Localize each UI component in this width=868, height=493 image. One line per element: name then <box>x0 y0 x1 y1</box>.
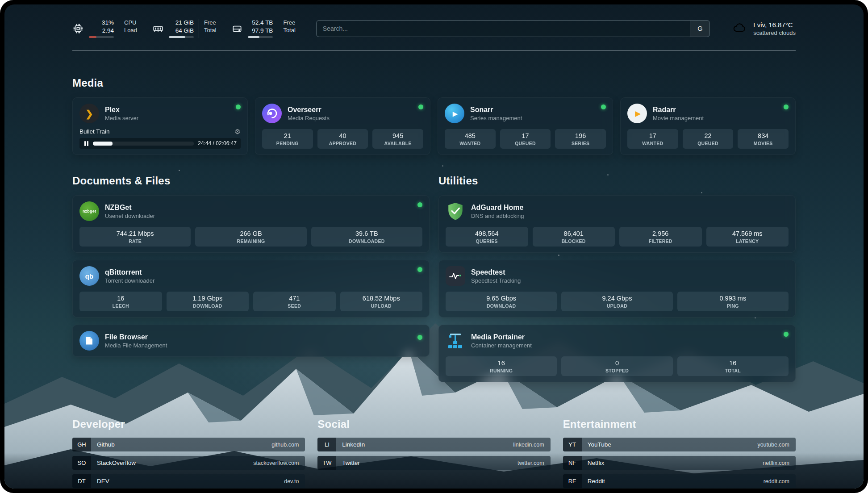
section-title-documents: Documents & Files <box>72 175 430 187</box>
stat-box: 86,401BLOCKED <box>533 227 615 246</box>
now-playing-title: Bullet Train <box>79 128 110 135</box>
service-name: qBittorrent <box>105 268 154 276</box>
bookmark-name: Github <box>91 438 271 451</box>
bookmark-name: Reddit <box>582 474 764 488</box>
bookmark-url: linkedin.com <box>513 438 550 451</box>
service-card-adguard[interactable]: AdGuard Home DNS and adblocking 498,564Q… <box>438 195 796 253</box>
bookmark-group-entertainment: Entertainment YT YouTube youtube.com NF … <box>563 418 796 488</box>
bookmark-github[interactable]: GH Github github.com <box>72 438 305 451</box>
section-utilities: Utilities <box>438 175 796 382</box>
bookmark-name: StackOverflow <box>91 456 253 470</box>
service-card-filebrowser[interactable]: File Browser Media File Management <box>72 325 430 357</box>
bookmark-url: twitter.com <box>517 456 551 470</box>
bookmark-linkedin[interactable]: LI LinkedIn linkedin.com <box>317 438 550 451</box>
service-subtitle: Usenet downloader <box>105 213 155 219</box>
weather-location: Lviv, 16.87°C <box>753 21 796 29</box>
ram-free-value: 21 GiB <box>175 19 194 27</box>
search-engine-button[interactable]: G <box>690 21 709 37</box>
service-subtitle: Media File Management <box>105 342 167 349</box>
weather-condition: scattered clouds <box>753 29 796 36</box>
bookmark-group-social: Social LI LinkedIn linkedin.com TW Twitt… <box>317 418 550 488</box>
pause-icon[interactable] <box>83 141 89 146</box>
bookmark-abbr: YT <box>563 438 582 451</box>
bookmark-abbr: SO <box>72 456 91 470</box>
service-name: NZBGet <box>105 204 155 212</box>
service-card-nzbget[interactable]: nzbget NZBGet Usenet downloader 744.21 M… <box>72 195 430 253</box>
disk-free-value: 52.4 TB <box>252 19 273 27</box>
section-media: Media ❯ Plex Media server Bullet Train ⚙ <box>72 77 796 155</box>
bookmark-url: dev.to <box>284 474 305 488</box>
stat-box: 9.65 GbpsDOWNLOAD <box>446 292 557 311</box>
stat-box: 471SEED <box>253 292 336 311</box>
stat-box: 0.993 msPING <box>677 292 789 311</box>
cpu-label: CPU <box>124 19 137 27</box>
disk-total-label: Total <box>283 27 295 34</box>
service-name: Overseerr <box>288 106 330 114</box>
nzbget-logo-icon: nzbget <box>79 201 99 221</box>
bookmark-reddit[interactable]: RE Reddit reddit.com <box>563 474 796 488</box>
section-documents: Documents & Files nzbget NZBGet Usenet d… <box>72 175 430 357</box>
stat-box: 16LEECH <box>79 292 162 311</box>
bookmark-netflix[interactable]: NF Netflix netflix.com <box>563 456 796 470</box>
ram-total-value: 64 GiB <box>175 27 194 35</box>
bookmark-url: youtube.com <box>757 438 796 451</box>
section-title-social: Social <box>317 418 550 430</box>
service-card-radarr[interactable]: ▶ Radarr Movie management 17WANTED 22QUE… <box>620 97 796 155</box>
cpu-percent: 31% <box>102 19 114 27</box>
service-card-portainer[interactable]: Media Portainer Container management 16R… <box>438 325 796 382</box>
disk-metric: 52.4 TB 97.9 TB Free Total <box>231 19 295 38</box>
ram-metric: 21 GiB 64 GiB Free Total <box>152 19 216 38</box>
playback-progress[interactable] <box>93 142 194 146</box>
system-metrics: 31% 2.94 CPU Load 21 GiB <box>72 19 296 38</box>
filebrowser-logo-icon <box>79 331 99 351</box>
bookmark-name: YouTube <box>582 438 758 451</box>
service-subtitle: Series management <box>470 115 522 121</box>
stat-box: 945AVAILABLE <box>372 129 423 149</box>
dashboard-background: 31% 2.94 CPU Load 21 GiB <box>4 4 864 489</box>
adguard-logo-icon <box>446 201 465 221</box>
stat-box: 22QUEUED <box>683 129 734 149</box>
cpu-load-label: Load <box>124 27 137 34</box>
bookmark-stackoverflow[interactable]: SO StackOverflow stackoverflow.com <box>72 456 305 470</box>
stat-box: 834MOVIES <box>738 129 789 149</box>
radarr-logo-icon: ▶ <box>627 104 647 123</box>
stat-box: 21PENDING <box>262 129 313 149</box>
service-subtitle: Media server <box>105 115 138 121</box>
service-card-sonarr[interactable]: ▶ Sonarr Series management 485WANTED 17Q… <box>438 97 613 155</box>
bookmark-dev[interactable]: DT DEV dev.to <box>72 474 305 488</box>
plex-logo-icon: ❯ <box>79 104 99 123</box>
bookmark-twitter[interactable]: TW Twitter twitter.com <box>317 456 550 470</box>
service-card-plex[interactable]: ❯ Plex Media server Bullet Train ⚙ 24:44 <box>72 97 248 155</box>
qbittorrent-logo-icon: qb <box>79 266 99 286</box>
bookmark-url: stackoverflow.com <box>253 456 305 470</box>
bookmark-url: github.com <box>271 438 305 451</box>
bookmark-abbr: TW <box>317 456 336 470</box>
ram-icon <box>152 23 164 34</box>
service-name: File Browser <box>105 333 167 341</box>
plex-player: 24:44 / 02:06:47 <box>79 138 241 149</box>
sonarr-logo-icon: ▶ <box>445 104 464 123</box>
stat-box: 17QUEUED <box>500 129 551 149</box>
stat-box: 16TOTAL <box>677 356 789 376</box>
stat-box: 40APPROVED <box>317 129 368 149</box>
service-card-overseerr[interactable]: Overseerr Media Requests 21PENDING 40APP… <box>255 97 430 155</box>
ram-usage-bar <box>169 36 194 38</box>
section-title-developer: Developer <box>72 418 305 430</box>
bookmark-name: Netflix <box>582 456 763 470</box>
bookmark-name: LinkedIn <box>336 438 513 451</box>
stat-box: 17WANTED <box>627 129 678 149</box>
bookmark-youtube[interactable]: YT YouTube youtube.com <box>563 438 796 451</box>
service-card-speedtest[interactable]: Speedtest Speedtest Tracking 9.65 GbpsDO… <box>438 260 796 318</box>
section-title-utilities: Utilities <box>438 175 796 187</box>
section-title-entertainment: Entertainment <box>563 418 796 430</box>
section-title-media: Media <box>72 77 796 89</box>
stat-box: 0STOPPED <box>561 356 672 376</box>
bookmark-abbr: NF <box>563 456 582 470</box>
gear-icon[interactable]: ⚙ <box>235 128 241 135</box>
service-card-qbittorrent[interactable]: qb qBittorrent Torrent downloader 16LEEC… <box>72 260 430 318</box>
weather-widget[interactable]: Lviv, 16.87°C scattered clouds <box>730 21 796 37</box>
search-input[interactable] <box>317 21 690 37</box>
service-subtitle: Container management <box>471 342 532 349</box>
stat-box: 498,564QUERIES <box>446 227 528 246</box>
speedtest-logo-icon <box>446 266 465 286</box>
